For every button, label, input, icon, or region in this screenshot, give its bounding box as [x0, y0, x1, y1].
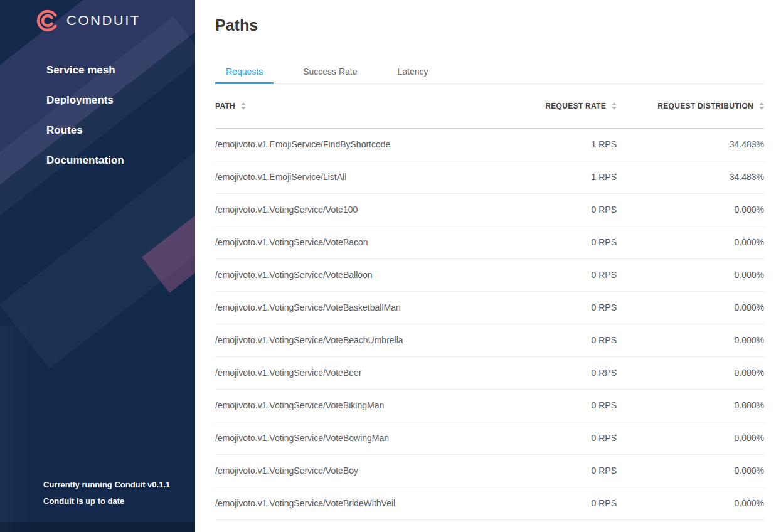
path-cell: /emojivoto.v1.VotingService/VoteBrideWit… [215, 487, 466, 519]
request-rate-cell: 0 RPS [466, 487, 617, 519]
request-rate-cell: 0 RPS [466, 454, 617, 487]
path-cell: /emojivoto.v1.VotingService/VoteBeer [215, 356, 466, 389]
conduit-logo-text: CONDUIT [66, 13, 141, 29]
sidebar-item-service-mesh[interactable]: Service mesh [0, 55, 195, 85]
tab-success-rate[interactable]: Success Rate [292, 61, 368, 83]
column-header-label: PATH [215, 102, 235, 110]
tab-requests[interactable]: Requests [215, 61, 274, 83]
version-status-line: Currently running Conduit v0.1.1 [43, 477, 170, 493]
sidebar-decor-bottom [0, 522, 195, 532]
request-distribution-cell: 0.000% [617, 324, 764, 356]
request-distribution-cell: 0.000% [617, 487, 764, 519]
request-distribution-cell: 0.000% [617, 226, 764, 258]
table-row: /emojivoto.v1.VotingService/VoteBasketba… [215, 291, 764, 324]
request-rate-cell: 0 RPS [466, 226, 617, 258]
table-row: /emojivoto.v1.VotingService/VoteBeer0 RP… [215, 356, 764, 389]
tab-latency[interactable]: Latency [387, 61, 439, 83]
page-title: Paths [215, 16, 764, 35]
request-distribution-cell: 0.000% [617, 356, 764, 389]
path-cell: /emojivoto.v1.VotingService/VoteBeachUmb… [215, 324, 466, 356]
path-cell: /emojivoto.v1.VotingService/VoteBikingMa… [215, 389, 466, 422]
path-cell: /emojivoto.v1.VotingService/Vote100 [215, 193, 466, 226]
request-distribution-cell: 0.000% [617, 454, 764, 487]
request-rate-cell: 0 RPS [466, 324, 617, 356]
path-cell: /emojivoto.v1.VotingService/VoteBasketba… [215, 291, 466, 324]
table-header-row: PATH REQUEST RATE REQUEST DISTRIBUTION [215, 84, 764, 128]
request-rate-cell: 0 RPS [466, 193, 617, 226]
path-cell: /emojivoto.v1.VotingService/VoteBalloon [215, 258, 466, 291]
table-row: /emojivoto.v1.VotingService/VoteBalloon0… [215, 258, 764, 291]
request-rate-cell: 1 RPS [466, 128, 617, 161]
request-rate-cell: 0 RPS [466, 291, 617, 324]
column-header-request-distribution[interactable]: REQUEST DISTRIBUTION [617, 84, 764, 128]
table-row: /emojivoto.v1.VotingService/VoteBacon0 R… [215, 226, 764, 258]
request-rate-cell: 0 RPS [466, 422, 617, 454]
sort-icon [612, 102, 617, 110]
table-row: /emojivoto.v1.VotingService/VoteBikingMa… [215, 389, 764, 422]
table-row: /emojivoto.v1.VotingService/VoteBeachUmb… [215, 324, 764, 356]
path-cell: /emojivoto.v1.VotingService/VoteBacon [215, 226, 466, 258]
sidebar-decor-stripe [0, 326, 44, 532]
request-rate-cell: 0 RPS [466, 519, 617, 532]
conduit-logo[interactable]: CONDUIT [35, 8, 141, 33]
sidebar-item-documentation[interactable]: Documentation [0, 146, 195, 176]
sidebar-decor-accent [142, 191, 195, 292]
sidebar-item-routes[interactable]: Routes [0, 115, 195, 146]
request-distribution-cell: 34.483% [617, 161, 764, 193]
column-header-label: REQUEST DISTRIBUTION [657, 102, 753, 110]
path-cell: /emojivoto.v1.EmojiService/ListAll [215, 161, 466, 193]
table-body: /emojivoto.v1.EmojiService/FindByShortco… [215, 128, 764, 532]
column-header-label: REQUEST RATE [545, 102, 606, 110]
request-distribution-cell: 0.000% [617, 389, 764, 422]
main-content: Paths RequestsSuccess RateLatency PATH R… [195, 0, 776, 532]
request-distribution-cell: 0.000% [617, 291, 764, 324]
sidebar-item-deployments[interactable]: Deployments [0, 85, 195, 115]
sort-icon [241, 102, 246, 110]
path-cell: /emojivoto.v1.VotingService/VoteBulb [215, 519, 466, 532]
paths-table: PATH REQUEST RATE REQUEST DISTRIBUTION [215, 84, 764, 532]
request-distribution-cell: 0.000% [617, 422, 764, 454]
table-row: /emojivoto.v1.VotingService/Vote1000 RPS… [215, 193, 764, 226]
sidebar-footer: Currently running Conduit v0.1.1 Conduit… [43, 477, 170, 509]
path-cell: /emojivoto.v1.VotingService/VoteBoy [215, 454, 466, 487]
table-row: /emojivoto.v1.VotingService/VoteBulb0 RP… [215, 519, 764, 532]
request-distribution-cell: 34.483% [617, 128, 764, 161]
table-row: /emojivoto.v1.EmojiService/FindByShortco… [215, 128, 764, 161]
table-row: /emojivoto.v1.EmojiService/ListAll1 RPS3… [215, 161, 764, 193]
column-header-path[interactable]: PATH [215, 84, 466, 128]
column-header-request-rate[interactable]: REQUEST RATE [466, 84, 617, 128]
table-row: /emojivoto.v1.VotingService/VoteBowingMa… [215, 422, 764, 454]
tab-bar: RequestsSuccess RateLatency [215, 61, 764, 84]
request-rate-cell: 0 RPS [466, 356, 617, 389]
sidebar-nav: Service meshDeploymentsRoutesDocumentati… [0, 55, 195, 176]
request-rate-cell: 1 RPS [466, 161, 617, 193]
request-distribution-cell: 0.000% [617, 193, 764, 226]
request-rate-cell: 0 RPS [466, 258, 617, 291]
request-distribution-cell: 0.000% [617, 258, 764, 291]
conduit-logo-icon [35, 8, 60, 33]
request-distribution-cell: 0.000% [617, 519, 764, 532]
sort-icon [759, 102, 764, 110]
sidebar: CONDUIT Service meshDeploymentsRoutesDoc… [0, 0, 195, 532]
request-rate-cell: 0 RPS [466, 389, 617, 422]
path-cell: /emojivoto.v1.VotingService/VoteBowingMa… [215, 422, 466, 454]
path-cell: /emojivoto.v1.EmojiService/FindByShortco… [215, 128, 466, 161]
table-row: /emojivoto.v1.VotingService/VoteBrideWit… [215, 487, 764, 519]
table-row: /emojivoto.v1.VotingService/VoteBoy0 RPS… [215, 454, 764, 487]
update-status-line: Conduit is up to date [43, 493, 170, 509]
